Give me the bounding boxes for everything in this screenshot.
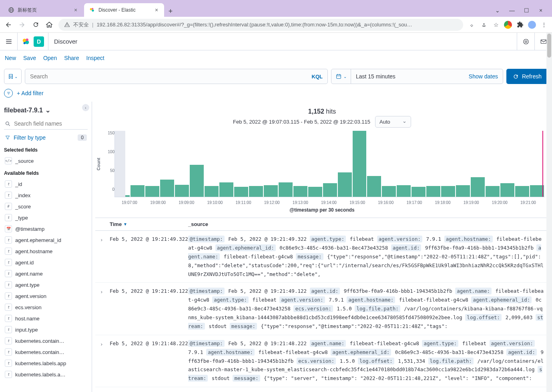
url-field[interactable]: 不安全 | 192.168.26.82:31335/app/discover#/… <box>58 19 463 31</box>
close-icon[interactable]: × <box>73 7 78 13</box>
scrollbar[interactable] <box>546 33 552 392</box>
field-item[interactable]: tagent.id <box>4 257 88 268</box>
expand-row-button[interactable]: › <box>100 339 110 383</box>
collapse-sidebar-button[interactable]: ‹ <box>82 104 89 111</box>
chevron-down-icon[interactable]: ⌄ <box>493 7 502 14</box>
time-column-header[interactable]: Time▼ <box>110 221 188 227</box>
calendar-icon[interactable]: ⌄ <box>331 69 351 84</box>
browser-tab[interactable]: Discover - Elastic × <box>84 3 164 17</box>
chart-bar[interactable] <box>382 186 396 197</box>
field-name: _type <box>15 215 28 221</box>
chart-bar[interactable] <box>530 185 544 197</box>
chart-bar[interactable] <box>279 182 293 197</box>
share-icon[interactable] <box>480 21 488 29</box>
field-item[interactable]: tagent.hostname <box>4 246 88 257</box>
field-item[interactable]: t_type <box>4 212 88 223</box>
chrome-icon[interactable] <box>504 21 512 29</box>
field-item[interactable]: thost.name <box>4 313 88 324</box>
kql-toggle[interactable]: KQL <box>312 74 323 80</box>
chart-bar[interactable] <box>219 182 233 197</box>
extensions-icon[interactable] <box>516 21 524 29</box>
field-item[interactable]: tkubernetes.labels.app <box>4 358 88 369</box>
chart-bar[interactable] <box>130 185 145 197</box>
chart-bar[interactable] <box>323 183 337 197</box>
reload-button[interactable] <box>31 20 40 29</box>
field-item[interactable]: tkubernetes.contain… <box>4 346 88 358</box>
elastic-logo[interactable]: D <box>18 33 48 50</box>
newsfeed-icon[interactable] <box>517 33 534 50</box>
chart-bar[interactable] <box>397 185 411 197</box>
field-item[interactable]: tecs.version <box>4 302 88 313</box>
histogram-chart[interactable]: Count 150100500 <box>95 131 549 199</box>
field-search-input[interactable] <box>14 120 87 127</box>
share-link[interactable]: Share <box>64 55 79 61</box>
interval-select[interactable]: Auto <box>375 116 411 128</box>
close-icon[interactable]: × <box>154 7 159 13</box>
chart-bar[interactable] <box>175 185 189 197</box>
expand-row-button[interactable]: › <box>100 287 110 330</box>
show-dates-link[interactable]: Show dates <box>464 73 503 80</box>
chart-bar[interactable] <box>293 186 307 197</box>
field-item[interactable]: tinput.type <box>4 324 88 335</box>
field-item[interactable]: t_index <box>4 190 88 201</box>
chart-bar[interactable] <box>160 180 174 197</box>
inspect-link[interactable]: Inspect <box>86 55 104 61</box>
chart-bar[interactable] <box>515 186 529 197</box>
source-column-header[interactable]: _source <box>188 221 208 227</box>
saved-query-button[interactable]: ⌄ <box>4 69 22 84</box>
save-link[interactable]: Save <box>23 55 36 61</box>
chart-bar[interactable] <box>426 186 440 197</box>
close-icon[interactable]: × <box>536 7 546 14</box>
chart-bar[interactable] <box>264 185 278 197</box>
field-item[interactable]: tkubernetes.contain… <box>4 335 88 346</box>
open-link[interactable]: Open <box>43 55 57 61</box>
chart-bar[interactable] <box>190 165 204 197</box>
field-search[interactable] <box>4 118 88 130</box>
translate-icon[interactable]: 🝔 <box>468 21 476 29</box>
chart-bar[interactable] <box>338 172 352 197</box>
chart-bar[interactable] <box>145 186 159 197</box>
chart-bar[interactable] <box>234 187 248 197</box>
chart-bar[interactable] <box>205 186 219 197</box>
field-item[interactable]: tagent.type <box>4 279 88 290</box>
browser-tab[interactable]: 新标签页 × <box>3 3 83 17</box>
field-item[interactable]: tagent.ephemeral_id <box>4 234 88 246</box>
back-button[interactable] <box>4 20 13 29</box>
expand-row-button[interactable]: › <box>100 235 110 278</box>
field-item[interactable]: t_id <box>4 178 88 190</box>
filter-options-icon[interactable] <box>4 89 13 98</box>
field-item[interactable]: 📅@timestamp <box>4 223 88 234</box>
search-input[interactable]: KQL <box>25 69 328 84</box>
menu-icon[interactable]: ⋮ <box>540 21 548 29</box>
chart-bar[interactable] <box>249 186 263 197</box>
maximize-icon[interactable]: ☐ <box>522 7 531 14</box>
chart-bar[interactable] <box>308 187 322 197</box>
index-pattern-select[interactable]: filebeat-7.9.1 ⌄ <box>4 105 88 118</box>
new-link[interactable]: New <box>5 55 16 61</box>
forward-button[interactable] <box>18 20 26 29</box>
chart-bar[interactable] <box>367 176 381 197</box>
field-item[interactable]: tagent.name <box>4 268 88 279</box>
menu-toggle[interactable] <box>0 33 18 50</box>
filter-by-type[interactable]: Filter by type 0 <box>4 132 88 143</box>
field-item[interactable]: tagent.version <box>4 290 88 302</box>
field-item[interactable]: #_score <box>4 201 88 212</box>
avatar[interactable] <box>528 21 536 29</box>
chart-bar[interactable] <box>411 187 426 197</box>
star-icon[interactable]: ☆ <box>492 21 500 29</box>
chart-bar[interactable] <box>471 177 485 197</box>
add-filter-button[interactable]: + Add filter <box>17 90 44 96</box>
minimize-icon[interactable]: — <box>507 7 517 14</box>
new-tab-button[interactable]: + <box>165 6 176 17</box>
chart-bar[interactable] <box>456 185 470 197</box>
chart-bar[interactable] <box>353 131 367 197</box>
refresh-button[interactable]: Refresh <box>506 69 548 84</box>
field-item[interactable]: tkubernetes.labels.a… <box>4 369 88 380</box>
chart-bar[interactable] <box>441 186 455 197</box>
home-button[interactable] <box>45 20 54 29</box>
search-field[interactable] <box>30 73 312 80</box>
chart-bar[interactable] <box>500 183 514 197</box>
chart-bar[interactable] <box>486 186 500 197</box>
field-item[interactable]: </>_source <box>4 155 88 166</box>
date-picker[interactable]: ⌄ Last 15 minutes Show dates <box>331 69 503 84</box>
